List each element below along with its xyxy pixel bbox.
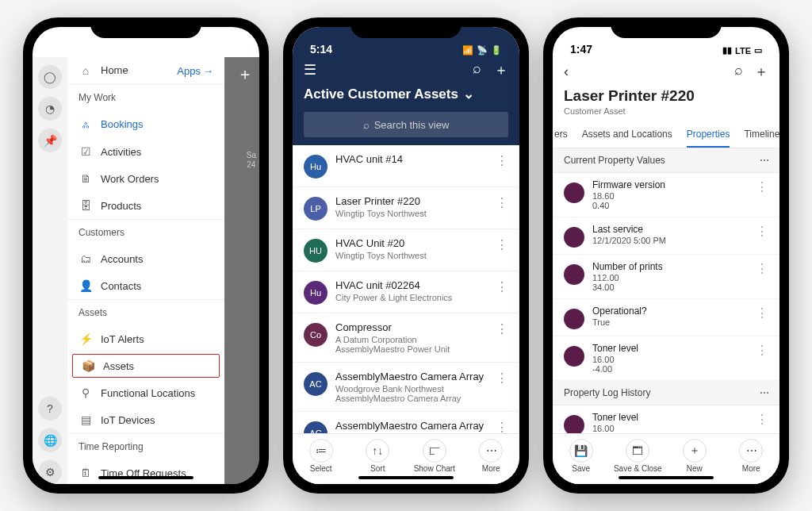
section-history: Property Log History⋯ <box>553 381 779 405</box>
nav-time-off[interactable]: 🗓Time Off Requests <box>67 459 224 484</box>
nav-accounts[interactable]: 🗂Accounts <box>67 245 224 272</box>
nav-products[interactable]: 🗄Products <box>67 192 224 219</box>
nav-assets-highlighted[interactable]: 📦Assets <box>72 354 220 378</box>
property-value-1: 16.00 <box>592 355 748 364</box>
sort-button[interactable]: ↑↓Sort <box>350 439 407 473</box>
chevron-down-icon: ⌄ <box>463 86 474 102</box>
more-button[interactable]: ⋯More <box>463 439 520 473</box>
add-icon[interactable]: ＋ <box>237 63 253 85</box>
globe-icon[interactable]: 🌐 <box>38 428 62 452</box>
property-row[interactable]: Operational?True⋮ <box>553 299 779 336</box>
asset-list-item[interactable]: HuHVAC unit #02264City Power & Light Ele… <box>293 271 519 313</box>
asset-list-item[interactable]: ACAssemblyMaestro Camera ArrayWoodgrove … <box>293 363 519 412</box>
item-more-icon[interactable]: ⋮ <box>496 195 508 210</box>
item-more-icon[interactable]: ⋮ <box>496 321 508 336</box>
property-avatar <box>564 346 584 367</box>
search-input[interactable]: ⌕ Search this view <box>304 112 508 137</box>
item-more-icon[interactable]: ⋮ <box>756 305 768 321</box>
tab-timeline[interactable]: Timeline <box>744 122 779 148</box>
assets-icon: 📦 <box>81 359 95 372</box>
calendar-day-num: 24 <box>247 160 255 169</box>
nav-iot-alerts[interactable]: ⚡IoT Alerts <box>67 325 224 352</box>
search-icon[interactable]: ⌕ <box>473 60 481 79</box>
add-icon[interactable]: ＋ <box>754 62 768 81</box>
property-value-1: 112.00 <box>592 273 748 282</box>
property-name: Last service <box>592 224 748 235</box>
nav-bookings[interactable]: ஃBookings <box>67 110 224 138</box>
asset-list-item[interactable]: HuHVAC unit #14⋮ <box>293 145 519 187</box>
nav-iot-devices[interactable]: ▤IoT Devices <box>67 406 224 433</box>
item-more-icon[interactable]: ⋮ <box>756 224 768 239</box>
more-icon[interactable]: ⋯ <box>760 155 768 166</box>
save-close-button[interactable]: 🗔Save & Close <box>610 439 667 473</box>
tab-ers[interactable]: ers <box>554 122 568 148</box>
nav-contacts[interactable]: 👤Contacts <box>67 272 224 299</box>
chart-icon: ⫍ <box>423 439 446 463</box>
tab-properties[interactable]: Properties <box>687 122 730 148</box>
battery-icon: 🔋 <box>491 45 502 56</box>
section-customers: Customers <box>67 219 224 245</box>
item-more-icon[interactable]: ⋮ <box>496 279 508 294</box>
section-assets: Assets <box>67 299 224 325</box>
properties-body[interactable]: Current Property Values⋯ Firmware versio… <box>553 148 779 433</box>
signal-icon: ▮▮ <box>722 45 732 56</box>
apps-link[interactable]: Apps→ <box>177 65 213 77</box>
pin-icon[interactable]: 📌 <box>38 129 62 152</box>
nav-activities[interactable]: ☑Activities <box>67 138 224 165</box>
lte-label: LTE <box>735 46 751 56</box>
add-icon[interactable]: ＋ <box>494 60 508 79</box>
property-name: Operational? <box>592 305 748 317</box>
item-more-icon[interactable]: ⋮ <box>756 343 768 358</box>
settings-icon[interactable]: ⚙ <box>38 460 62 484</box>
property-value-1: 18.60 <box>592 191 748 201</box>
property-row[interactable]: Firmware version18.600.40⋮ <box>553 173 779 217</box>
property-row[interactable]: Number of prints112.0034.00⋮ <box>553 255 779 299</box>
tab-assets-locations[interactable]: Assets and Locations <box>582 122 672 148</box>
more-button[interactable]: ⋯More <box>723 439 780 473</box>
item-more-icon[interactable]: ⋮ <box>496 371 508 386</box>
more-icon: ⋯ <box>479 439 503 463</box>
tab-bar: ers Assets and Locations Properties Time… <box>553 122 779 148</box>
item-more-icon[interactable]: ⋮ <box>756 179 768 194</box>
show-chart-button[interactable]: ⫍Show Chart <box>406 439 463 473</box>
asset-account: Wingtip Toys Northwest <box>335 209 488 218</box>
asset-name: HVAC Unit #20 <box>335 237 488 249</box>
asset-list-item[interactable]: ACAssemblyMaestro Camera ArrayWoodgrove … <box>293 412 519 433</box>
nav-work-orders[interactable]: 🗎Work Orders <box>67 165 224 192</box>
avatar: LP <box>304 197 327 221</box>
property-name: Number of prints <box>592 261 748 272</box>
asset-list-item[interactable]: HUHVAC Unit #20Wingtip Toys Northwest⋮ <box>293 229 519 271</box>
view-title[interactable]: Active Customer Assets⌄ <box>293 83 519 112</box>
property-row[interactable]: Toner level16.00-4.00⋮ <box>553 405 779 433</box>
item-more-icon[interactable]: ⋮ <box>496 237 508 252</box>
nav-functional-locations[interactable]: ⚲Functional Locations <box>67 379 224 406</box>
asset-list-item[interactable]: CoCompressorA Datum CorporationAssemblyM… <box>293 313 519 363</box>
item-more-icon[interactable]: ⋮ <box>756 412 768 427</box>
help-icon[interactable]: ? <box>38 397 62 421</box>
avatar: Co <box>304 323 327 347</box>
hamburger-icon[interactable]: ☰ <box>304 61 316 79</box>
nav-home[interactable]: ⌂Home Apps→ <box>67 57 224 84</box>
item-more-icon[interactable]: ⋮ <box>496 153 508 168</box>
home-icon: ⌂ <box>79 64 93 77</box>
recent-icon[interactable]: ◔ <box>38 97 62 121</box>
signal-icon: 📶 <box>462 45 473 56</box>
asset-list-item[interactable]: LPLaser Printer #220Wingtip Toys Northwe… <box>293 187 519 229</box>
property-row[interactable]: Last service12/1/2020 5:00 PM⋮ <box>553 217 779 255</box>
more-icon[interactable]: ⋯ <box>760 387 768 398</box>
profile-icon[interactable]: ◯ <box>38 65 62 89</box>
item-more-icon[interactable]: ⋮ <box>496 420 508 433</box>
save-button[interactable]: 💾Save <box>553 439 610 473</box>
search-icon: ⌕ <box>363 119 370 131</box>
back-icon[interactable]: ‹ <box>564 63 569 80</box>
asset-list[interactable]: HuHVAC unit #14⋮LPLaser Printer #220Wing… <box>293 145 519 433</box>
search-icon[interactable]: ⌕ <box>734 62 743 81</box>
item-more-icon[interactable]: ⋮ <box>756 261 768 276</box>
property-avatar <box>564 182 584 203</box>
property-avatar <box>564 415 584 433</box>
select-button[interactable]: ≔Select <box>293 439 350 473</box>
new-button[interactable]: ＋New <box>666 439 723 473</box>
property-name: Toner level <box>592 343 748 354</box>
asset-name: HVAC unit #02264 <box>335 279 488 291</box>
property-row[interactable]: Toner level16.00-4.00⋮ <box>553 336 779 381</box>
